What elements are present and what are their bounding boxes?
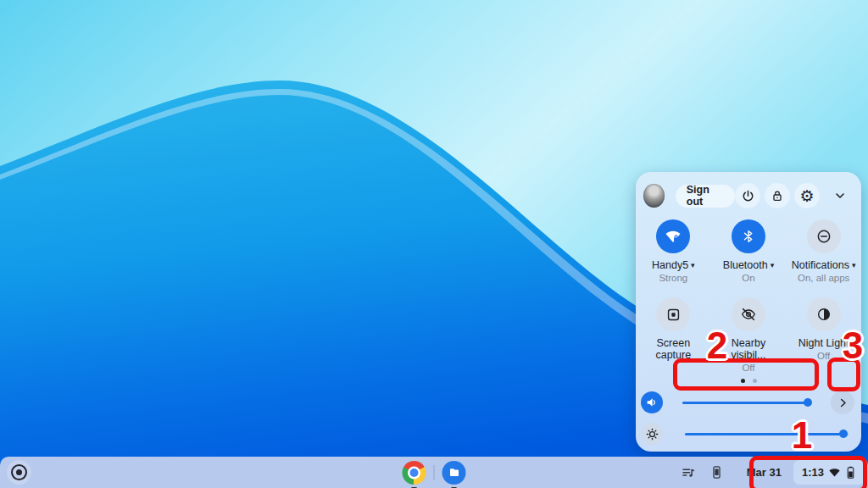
tile-notifications[interactable]: Notifications▾ On, all apps [786, 219, 861, 283]
wifi-lock-icon [656, 219, 690, 253]
volume-row [636, 391, 861, 414]
volume-slider-thumb[interactable] [804, 398, 812, 407]
tile-notifications-label: Notifications [792, 259, 849, 271]
lock-icon [771, 189, 784, 202]
launcher-button[interactable] [7, 460, 31, 485]
brightness-row [636, 422, 861, 446]
volume-icon [645, 396, 659, 409]
tray-time: 1:13 [802, 466, 824, 479]
tile-bluetooth-label: Bluetooth [723, 259, 768, 271]
chevron-down-icon [833, 189, 847, 202]
brightness-slider-thumb[interactable] [839, 430, 848, 438]
phone-hub-icon [709, 465, 724, 480]
tile-notifications-status: On, all apps [786, 273, 861, 283]
page-dot-inactive [753, 379, 757, 383]
bluetooth-icon [732, 219, 765, 253]
tray-time-pill: 1:13 [793, 460, 865, 485]
power-icon [741, 189, 755, 203]
tile-bluetooth[interactable]: Bluetooth▾ On [711, 219, 787, 283]
volume-slider-fill [682, 402, 808, 404]
launcher-icon [11, 464, 27, 480]
visibility-off-icon [732, 297, 765, 331]
tile-network[interactable]: Handy5▾ Strong [636, 219, 711, 283]
quick-settings-panel: Sign out ⚙ [636, 172, 861, 452]
volume-button[interactable] [641, 391, 663, 413]
system-tray-button[interactable]: Mar 31 1:13 [738, 460, 865, 485]
wifi-status-icon [828, 466, 841, 479]
brightness-slider[interactable] [685, 433, 849, 435]
feature-tiles: Handy5▾ Strong Bluetooth▾ On Not [636, 219, 861, 373]
tile-night-light[interactable]: Night Light Off [786, 297, 861, 373]
settings-button[interactable]: ⚙ [794, 183, 820, 208]
screen-capture-icon [656, 297, 690, 331]
gear-icon: ⚙ [799, 188, 814, 204]
tile-nearby-visibility[interactable]: Nearby visibil... Off [711, 297, 787, 373]
tile-network-label: Handy5 [652, 259, 688, 271]
do-not-disturb-icon [807, 219, 841, 253]
tile-bluetooth-status: On [711, 273, 787, 283]
page-dot-active [741, 379, 745, 383]
tile-screen-capture[interactable]: Screen capture [636, 297, 711, 373]
pagination-dots[interactable] [636, 379, 861, 383]
lock-button[interactable] [765, 183, 790, 208]
collapse-button[interactable] [829, 185, 851, 207]
power-button[interactable] [735, 183, 760, 208]
chrome-icon [403, 461, 426, 485]
dropdown-caret-icon: ▾ [852, 261, 856, 269]
brightness-slider-fill [685, 433, 843, 435]
tile-nearby-visibility-status: Off [711, 363, 787, 373]
battery-icon [845, 465, 856, 480]
files-app-button[interactable] [442, 461, 466, 485]
tile-night-light-status: Off [786, 351, 861, 361]
avatar[interactable] [643, 184, 665, 208]
sign-out-button[interactable]: Sign out [676, 185, 735, 208]
chromeos-desktop: Sign out ⚙ [0, 0, 868, 488]
shelf-separator [434, 465, 435, 480]
tile-network-status: Strong [636, 273, 711, 283]
media-controls-button[interactable] [676, 460, 701, 485]
status-tray: Mar 31 1:13 [676, 457, 865, 488]
night-light-icon [807, 297, 841, 331]
chrome-app-button[interactable] [403, 461, 426, 485]
volume-slider[interactable] [682, 402, 812, 404]
tray-date: Mar 31 [738, 466, 790, 479]
phone-hub-button[interactable] [704, 460, 730, 485]
shelf: Mar 31 1:13 [0, 457, 868, 488]
media-controls-icon [681, 465, 696, 480]
dropdown-caret-icon: ▾ [691, 261, 695, 269]
files-icon [442, 461, 466, 485]
dropdown-caret-icon: ▾ [771, 261, 775, 269]
tile-screen-capture-label: Screen capture [655, 337, 691, 361]
shelf-apps [403, 457, 466, 488]
chevron-right-icon [837, 396, 849, 409]
tile-night-light-label: Night Light [798, 337, 849, 349]
panel-header: Sign out ⚙ [636, 172, 861, 208]
audio-settings-button[interactable] [831, 391, 854, 414]
brightness-icon [641, 423, 663, 445]
tile-nearby-visibility-label: Nearby visibil... [732, 337, 766, 361]
